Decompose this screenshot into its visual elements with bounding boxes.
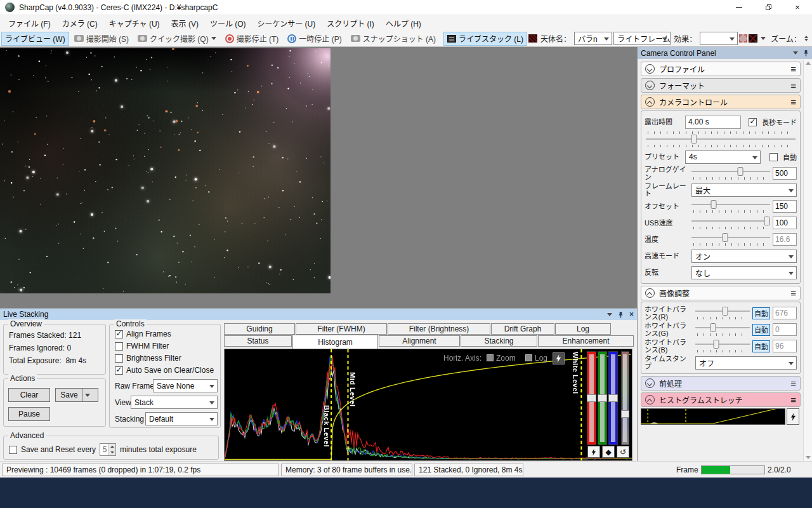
- zoom-checkbox[interactable]: [487, 354, 494, 361]
- gain-slider[interactable]: [691, 167, 770, 177]
- usb-speed-slider[interactable]: [691, 217, 770, 226]
- section-menu-icon[interactable]: ≡: [790, 288, 796, 298]
- framerate-combo[interactable]: 最大: [691, 184, 797, 197]
- log-checkbox[interactable]: [525, 354, 532, 361]
- slider-thumb[interactable]: [621, 410, 629, 418]
- minutes-spinner[interactable]: 5: [100, 443, 116, 456]
- menu-capture[interactable]: キャプチャ (U): [103, 16, 166, 30]
- slider-thumb[interactable]: [710, 200, 716, 209]
- preset-combo[interactable]: 4s: [685, 150, 761, 164]
- start-capture-button[interactable]: 撮影開始 (S): [70, 32, 133, 46]
- offset-slider[interactable]: [691, 200, 770, 210]
- section-histogram-stretch[interactable]: ヒストグラムストレッチ≡: [641, 392, 801, 407]
- save-reset-checkbox[interactable]: [9, 446, 17, 454]
- slider-thumb[interactable]: [713, 340, 719, 349]
- tab-enhancement[interactable]: Enhancement: [538, 335, 634, 347]
- slider-thumb[interactable]: [587, 394, 596, 402]
- flip-combo[interactable]: なし: [691, 266, 797, 279]
- pause-button[interactable]: 一時停止 (P): [284, 32, 345, 46]
- section-preprocessing[interactable]: 前処理≡: [641, 376, 801, 391]
- slider-thumb[interactable]: [598, 394, 607, 402]
- menu-sequencer[interactable]: シーケンサー (U): [252, 16, 322, 30]
- white-level-marker[interactable]: White Level: [572, 352, 579, 394]
- usb-speed-value[interactable]: 100: [773, 217, 797, 229]
- blue-level-slider[interactable]: [608, 351, 618, 445]
- auto-stretch-button[interactable]: [787, 408, 799, 425]
- close-button[interactable]: ×: [783, 0, 812, 15]
- view-combo[interactable]: Stack: [131, 396, 218, 409]
- midtone-button[interactable]: ◆: [602, 446, 615, 458]
- live-stack-button[interactable]: ライブスタック (L): [443, 32, 527, 46]
- restore-button[interactable]: [754, 0, 783, 15]
- wb-b-slider[interactable]: [695, 340, 750, 349]
- tab-stacking[interactable]: Stacking: [461, 335, 537, 347]
- quick-capture-button[interactable]: クイック撮影 (Q): [134, 32, 220, 46]
- align-frames-checkbox[interactable]: [115, 330, 123, 338]
- tab-filter-fwhm[interactable]: Filter (FWHM): [296, 323, 387, 335]
- align-frames-row[interactable]: Align Frames: [115, 330, 171, 338]
- black-level-marker[interactable]: Black Level: [323, 405, 331, 447]
- section-menu-icon[interactable]: ≡: [790, 81, 796, 90]
- slider-thumb[interactable]: [710, 323, 716, 332]
- offset-value[interactable]: 150: [773, 200, 797, 213]
- tab-log[interactable]: Log: [555, 323, 611, 335]
- minimize-button[interactable]: [724, 0, 754, 15]
- menu-camera[interactable]: カメラ (C): [56, 16, 103, 30]
- wb-b-auto-button[interactable]: 自動: [752, 340, 770, 352]
- section-profiles[interactable]: プロファイル≡: [641, 62, 801, 76]
- overlay-dropdown-arrow[interactable]: [761, 37, 766, 40]
- section-menu-icon[interactable]: ≡: [790, 97, 796, 107]
- tab-drift-graph[interactable]: Drift Graph: [491, 323, 554, 335]
- gain-value[interactable]: 500: [773, 167, 797, 180]
- auto-stretch-button[interactable]: [553, 352, 565, 364]
- wb-r-slider[interactable]: [695, 307, 750, 316]
- wb-g-auto-button[interactable]: 自動: [752, 324, 770, 336]
- stretch-histogram-canvas[interactable]: [641, 408, 785, 425]
- pause-stack-button[interactable]: Pause: [8, 407, 50, 421]
- close-panel-icon[interactable]: ×: [629, 310, 634, 319]
- stacking-combo[interactable]: Default: [145, 412, 218, 425]
- camera-panel-scrollbar[interactable]: [803, 60, 812, 461]
- menu-view[interactable]: 表示 (V): [166, 16, 204, 30]
- selection-area-icon[interactable]: [739, 34, 747, 43]
- live-view-button[interactable]: ライブビュー (W): [1, 32, 69, 46]
- tab-alignment[interactable]: Alignment: [379, 335, 460, 347]
- auto-save-row[interactable]: Auto Save on Clear/Close: [115, 366, 214, 375]
- exposure-slider[interactable]: [646, 135, 796, 144]
- reticle-overlay-icon[interactable]: [749, 34, 757, 43]
- panel-menu-arrow-icon[interactable]: [607, 313, 612, 316]
- long-exposure-checkbox[interactable]: [749, 118, 757, 126]
- green-level-slider[interactable]: [598, 351, 607, 445]
- section-menu-icon[interactable]: ≡: [790, 378, 796, 388]
- reset-levels-button[interactable]: ↺: [617, 446, 629, 458]
- clear-button[interactable]: Clear: [8, 388, 50, 402]
- scroll-up-icon[interactable]: [806, 62, 811, 65]
- slider-thumb[interactable]: [691, 135, 697, 144]
- brightness-filter-checkbox[interactable]: [115, 354, 123, 363]
- high-speed-combo[interactable]: オン: [691, 250, 797, 263]
- menu-scripting[interactable]: スクリプト (I): [321, 16, 380, 30]
- target-name-combo[interactable]: バラn: [574, 32, 612, 45]
- menu-file[interactable]: ファイル (F): [3, 16, 56, 30]
- section-camera-controls[interactable]: カメラコントロール≡: [641, 95, 801, 109]
- exposure-auto-checkbox[interactable]: [769, 153, 778, 161]
- save-dropdown-arrow[interactable]: [82, 388, 93, 402]
- exposure-input[interactable]: 4.00 s: [685, 116, 741, 129]
- menu-tools[interactable]: ツール (O): [204, 16, 252, 30]
- panel-menu-arrow-icon[interactable]: [793, 51, 798, 55]
- master-level-slider[interactable]: [621, 351, 629, 445]
- section-menu-icon[interactable]: ≡: [790, 395, 796, 404]
- save-reset-row[interactable]: Save and Reset every 5 minutes total exp…: [9, 443, 197, 456]
- fwhm-filter-row[interactable]: FWHM Filter: [115, 342, 169, 351]
- slider-thumb[interactable]: [737, 167, 743, 176]
- slider-thumb[interactable]: [723, 307, 728, 316]
- section-menu-icon[interactable]: ≡: [790, 64, 796, 74]
- pin-icon[interactable]: [803, 50, 809, 57]
- raw-frames-combo[interactable]: Save None: [153, 379, 218, 392]
- slider-thumb[interactable]: [764, 217, 770, 225]
- stop-capture-button[interactable]: 撮影停止 (T): [221, 32, 283, 46]
- stretch-histogram-preview[interactable]: [641, 408, 801, 425]
- section-format[interactable]: フォーマット≡: [641, 78, 801, 93]
- wb-g-slider[interactable]: [695, 323, 750, 333]
- wb-r-auto-button[interactable]: 自動: [752, 307, 770, 319]
